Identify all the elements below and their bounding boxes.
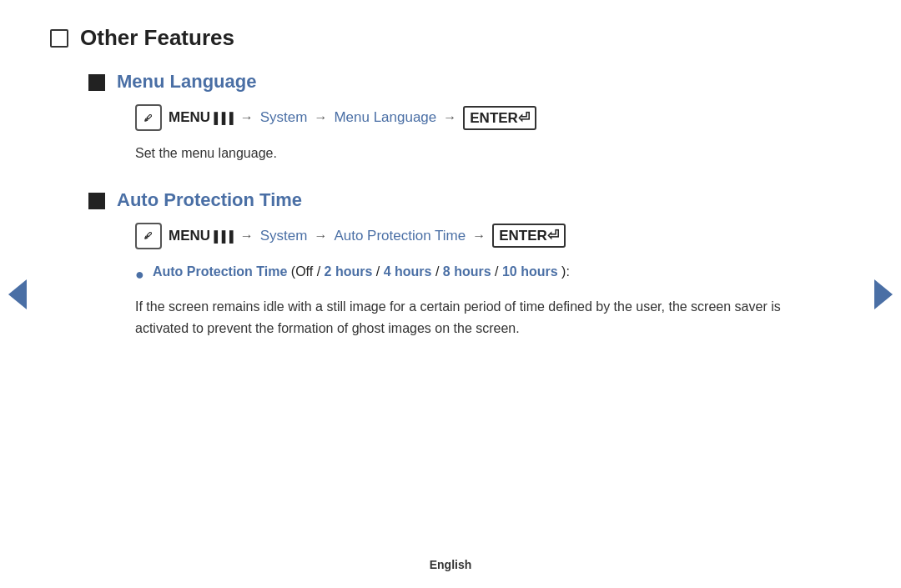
arrow1: → bbox=[240, 110, 254, 125]
auto-protection-description: If the screen remains idle with a still … bbox=[135, 296, 834, 339]
sep3: / bbox=[435, 264, 443, 279]
filled-square-icon-2 bbox=[88, 193, 105, 209]
path-auto-protection: Auto Protection Time bbox=[334, 228, 466, 244]
option-10hours: 10 hours bbox=[502, 264, 558, 279]
page-content: Other Features Menu Language 🖋 MENU▐▐▐ →… bbox=[0, 0, 901, 389]
checkbox-icon bbox=[50, 29, 68, 48]
subsection-header-auto-protection: Auto Protection Time bbox=[88, 189, 834, 211]
auto-protection-label: Auto Protection Time bbox=[153, 264, 288, 279]
nav-arrow-right[interactable] bbox=[874, 279, 893, 309]
subsection-header-menu-language: Menu Language bbox=[88, 71, 834, 93]
menu-icon-2: 🖋 bbox=[135, 223, 162, 249]
subsection-menu-language: Menu Language 🖋 MENU▐▐▐ → System → Menu … bbox=[88, 71, 834, 164]
enter-icon-2: ENTER⏎ bbox=[492, 224, 566, 248]
close-paren: ): bbox=[561, 264, 570, 279]
bullet-content: Auto Protection Time (Off / 2 hours / 4 … bbox=[153, 261, 570, 283]
path-system-2: System bbox=[260, 228, 308, 244]
menu-bold-label: MENU▐▐▐ bbox=[169, 109, 234, 126]
option-4hours: 4 hours bbox=[384, 264, 432, 279]
arrow3: → bbox=[443, 110, 456, 125]
menu-path-auto-protection: 🖋 MENU▐▐▐ → System → Auto Protection Tim… bbox=[135, 223, 834, 249]
option-2hours: 2 hours bbox=[325, 264, 373, 279]
option-8hours: 8 hours bbox=[443, 264, 491, 279]
bullet-list: ● Auto Protection Time (Off / 2 hours / … bbox=[135, 261, 834, 287]
subsection-title-auto-protection: Auto Protection Time bbox=[117, 189, 302, 211]
sep4: / bbox=[495, 264, 502, 279]
bullet-item-auto-protection: ● Auto Protection Time (Off / 2 hours / … bbox=[135, 261, 834, 287]
section-header: Other Features bbox=[50, 25, 834, 51]
menu-language-description: Set the menu language. bbox=[135, 143, 834, 164]
subsection-title-menu-language: Menu Language bbox=[117, 71, 256, 93]
subsection-auto-protection: Auto Protection Time 🖋 MENU▐▐▐ → System … bbox=[88, 189, 834, 339]
nav-arrow-left[interactable] bbox=[8, 279, 27, 309]
arrow5: → bbox=[314, 229, 327, 244]
path-menu-language: Menu Language bbox=[334, 109, 436, 126]
enter-icon: ENTER⏎ bbox=[463, 106, 536, 130]
arrow4: → bbox=[240, 229, 254, 244]
menu-path-menu-language: 🖋 MENU▐▐▐ → System → Menu Language → ENT… bbox=[135, 104, 834, 131]
page-title: Other Features bbox=[80, 25, 234, 51]
bullet-dot: ● bbox=[135, 263, 144, 287]
open-paren: (Off / bbox=[291, 264, 325, 279]
arrow6: → bbox=[472, 229, 486, 244]
path-system: System bbox=[260, 109, 308, 126]
menu-icon: 🖋 bbox=[135, 104, 162, 131]
menu-bold-label-2: MENU▐▐▐ bbox=[169, 228, 234, 244]
sep2: / bbox=[376, 264, 384, 279]
footer-language: English bbox=[430, 558, 472, 571]
filled-square-icon bbox=[88, 74, 105, 91]
arrow2: → bbox=[314, 110, 327, 125]
